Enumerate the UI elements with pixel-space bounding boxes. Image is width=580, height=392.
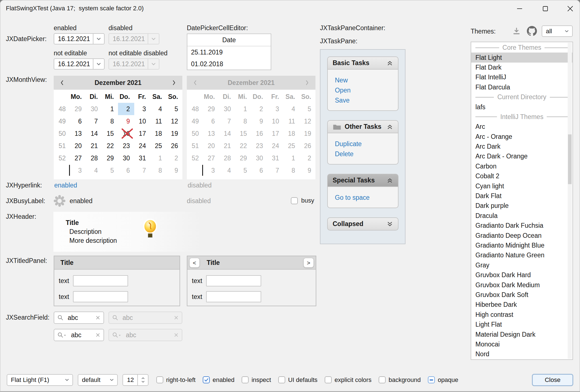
theme-list-item[interactable]: Flat Darcula — [471, 82, 572, 92]
calendar-day[interactable]: 12 — [166, 115, 182, 127]
calendar-day[interactable]: 4 — [283, 103, 299, 115]
calendar-day[interactable]: 9 — [251, 115, 267, 127]
calendar-day[interactable]: 30 — [251, 152, 267, 164]
theme-list-item[interactable]: Cyan light — [471, 181, 572, 191]
collapse-icon[interactable] — [387, 178, 393, 183]
calendar-day[interactable]: 23 — [251, 140, 267, 152]
close-button[interactable]: Close — [532, 374, 573, 386]
checkbox-inspect[interactable]: inspect — [242, 376, 271, 384]
busy-checkbox[interactable] — [291, 197, 298, 204]
search-menu-icon[interactable] — [57, 332, 66, 338]
checkbox-background[interactable]: background — [379, 376, 421, 384]
calendar-day[interactable]: 16 — [251, 127, 267, 140]
laf-combo[interactable]: Flat Light (F1) — [7, 374, 73, 386]
previous-month-button[interactable] — [54, 76, 70, 90]
calendar-day[interactable]: 1 — [102, 103, 118, 115]
calendar-day[interactable]: 8 — [102, 115, 118, 127]
calendar-day[interactable]: 6 — [118, 164, 134, 177]
datepicker-dropdown-button[interactable] — [93, 34, 104, 44]
theme-list-item[interactable]: Flat IntelliJ — [471, 72, 572, 82]
theme-list-item[interactable]: Flat Dark — [471, 63, 572, 72]
calendar-day[interactable]: 3 — [70, 164, 86, 177]
checkbox-right-to-left[interactable]: right-to-left — [156, 376, 195, 384]
calendar-day[interactable]: 27 — [203, 152, 219, 164]
scrollbar-thumb[interactable] — [568, 134, 572, 184]
datepicker-dropdown-button[interactable] — [93, 59, 104, 69]
calendar-day[interactable]: 3 — [267, 103, 283, 115]
download-themes-icon[interactable] — [512, 27, 521, 35]
checkbox-box[interactable] — [156, 376, 163, 383]
checkbox-box[interactable] — [428, 376, 435, 383]
theme-list-item[interactable]: High contrast — [471, 310, 572, 320]
theme-list-item[interactable]: Gradianto Deep Ocean — [471, 231, 572, 240]
theme-list-item[interactable]: Cobalt 2 — [471, 171, 572, 181]
expand-icon[interactable] — [387, 222, 393, 227]
checkbox-box[interactable] — [242, 376, 249, 383]
scrollbar-track[interactable] — [568, 43, 572, 359]
calendar-day[interactable]: 22 — [102, 140, 118, 152]
calendar-day[interactable]: 17 — [267, 127, 283, 140]
theme-list-item-selected[interactable]: Flat Light — [471, 53, 572, 62]
date-table-header[interactable]: Date — [187, 34, 271, 46]
theme-list-item[interactable]: Dark Flat — [471, 191, 572, 201]
calendar-day[interactable]: 30 — [118, 152, 134, 164]
search-field-with-menu[interactable]: abc — [54, 329, 104, 341]
calendar-day[interactable]: 2 — [299, 152, 315, 164]
calendar-day[interactable]: 3 — [203, 164, 219, 177]
theme-list-item[interactable]: Light Flat — [471, 320, 572, 329]
calendar-day[interactable]: 9 — [166, 164, 182, 177]
calendar-day[interactable]: 1 — [150, 152, 166, 164]
taskpane-header[interactable]: Other Tasks — [327, 120, 399, 133]
calendar-day[interactable]: 11 — [283, 115, 299, 127]
text-input[interactable] — [206, 275, 261, 286]
calendar-day[interactable]: 29 — [235, 152, 251, 164]
checkbox-box[interactable] — [379, 376, 386, 383]
calendar-day[interactable]: 30 — [86, 103, 102, 115]
calendar-day[interactable]: 6 — [251, 164, 267, 177]
table-row[interactable]: 01.02.2018 — [187, 58, 271, 70]
calendar-day[interactable]: 25 — [150, 140, 166, 152]
theme-list-item[interactable]: Hiberbee Dark — [471, 300, 572, 310]
calendar-day[interactable]: 12 — [299, 115, 315, 127]
calendar-day[interactable]: 26 — [299, 140, 315, 152]
titled-panel-next-button[interactable]: > — [304, 258, 313, 267]
minimize-button[interactable] — [511, 2, 528, 15]
calendar-day[interactable]: 1 — [283, 152, 299, 164]
taskpane-link[interactable]: Delete — [335, 149, 398, 159]
theme-list-item[interactable]: Monocai — [471, 339, 572, 349]
clear-search-icon[interactable] — [95, 332, 100, 338]
theme-list-item[interactable]: Nord — [471, 349, 572, 359]
font-size-spinner[interactable]: 12 — [122, 374, 148, 386]
calendar-day[interactable]: 30 — [219, 103, 235, 115]
calendar-day[interactable]: 8 — [235, 115, 251, 127]
checkbox-box[interactable] — [278, 376, 285, 383]
checkbox-box[interactable] — [203, 376, 210, 383]
calendar-day[interactable]: 5 — [166, 103, 182, 115]
taskpane-header[interactable]: Collapsed — [327, 217, 399, 231]
calendar-day[interactable]: 29 — [70, 103, 86, 115]
search-input-value[interactable]: abc — [68, 314, 78, 322]
github-icon[interactable] — [527, 26, 537, 36]
theme-list-item[interactable]: Arc - Orange — [471, 132, 572, 142]
theme-list-item[interactable]: Gray — [471, 260, 572, 270]
calendar-day[interactable]: 28 — [86, 152, 102, 164]
checkbox-ui-defaults[interactable]: UI defaults — [278, 376, 317, 384]
search-input-value[interactable]: abc — [71, 331, 81, 339]
theme-list-item[interactable]: Gruvbox Dark Hard — [471, 270, 572, 280]
theme-list-item[interactable]: Gradianto Dark Fuchsia — [471, 221, 572, 231]
theme-list-item[interactable]: Arc — [471, 122, 572, 132]
calendar-day[interactable]: 5 — [299, 103, 315, 115]
calendar-day[interactable]: 15 — [235, 127, 251, 140]
calendar-day[interactable]: 21 — [219, 140, 235, 152]
calendar-day[interactable]: 19 — [299, 127, 315, 140]
theme-list-item[interactable]: Arc Dark — [471, 142, 572, 151]
table-row[interactable]: 25.11.2019 — [187, 46, 271, 58]
calendar-day[interactable]: 14 — [86, 127, 102, 140]
theme-filter-combo[interactable]: all — [542, 25, 573, 37]
calendar-day[interactable]: 25 — [283, 140, 299, 152]
calendar-day[interactable]: 7 — [267, 164, 283, 177]
calendar-day[interactable]: 15 — [102, 127, 118, 140]
taskpane-link[interactable]: New — [335, 75, 398, 85]
calendar-day[interactable]: 4 — [219, 164, 235, 177]
calendar-day[interactable]: 7 — [134, 164, 150, 177]
